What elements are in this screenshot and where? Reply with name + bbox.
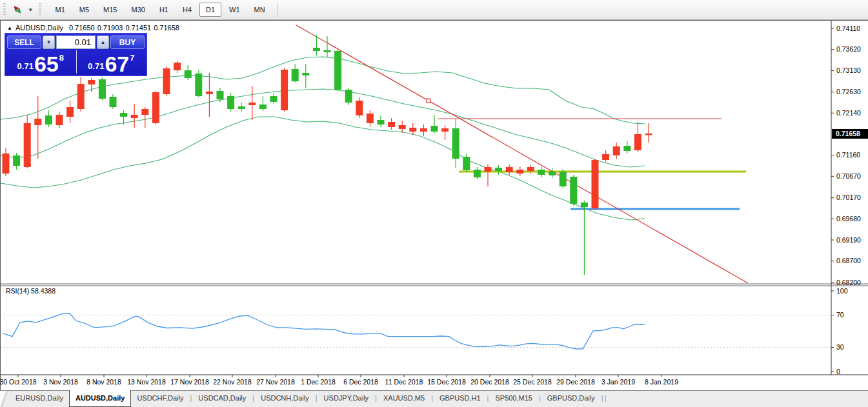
- price-tick-label: 0.72630: [836, 88, 861, 95]
- timeframe-button-W1[interactable]: W1: [223, 3, 247, 17]
- candle-body: [217, 91, 224, 99]
- candle-body: [56, 115, 63, 125]
- price-tick-label: 0.72140: [836, 109, 861, 117]
- price-tick-label: 0.74110: [836, 25, 860, 32]
- date-tick-label: 17 Nov 2018: [170, 378, 209, 386]
- date-tick-label: 8 Jan 2019: [645, 378, 678, 386]
- candle-body: [152, 92, 159, 123]
- candle-body: [592, 160, 599, 208]
- volume-input[interactable]: [56, 35, 96, 49]
- chart-tab-USDCHF,Daily[interactable]: USDCHF,Daily: [131, 391, 189, 407]
- price-tick-label: 0.68200: [836, 279, 861, 286]
- timeframe-button-M30[interactable]: M30: [125, 3, 152, 17]
- sell-button[interactable]: SELL: [7, 35, 41, 49]
- arrows-dropdown-button[interactable]: ▾: [26, 2, 35, 17]
- candle-body: [324, 50, 331, 52]
- candle-body: [356, 101, 363, 115]
- candle-body: [120, 113, 127, 117]
- tab-separator: |: [604, 391, 607, 407]
- candle-body: [13, 155, 20, 166]
- price-axis[interactable]: 0.741100.736200.731300.726300.721400.711…: [832, 21, 868, 391]
- collapse-arrow-icon[interactable]: ▲: [7, 25, 12, 31]
- candle-body: [334, 51, 341, 90]
- candle-body: [409, 128, 416, 132]
- candle-body: [345, 90, 352, 103]
- toolbar-drag-grip[interactable]: [3, 3, 6, 16]
- candle-body: [174, 63, 181, 70]
- candle-body: [66, 107, 74, 117]
- trendline-object[interactable]: [296, 25, 748, 283]
- one-click-trading-panel: SELL ▼ ▲ BUY 0.71 65 8 0.71 67 7: [5, 33, 147, 76]
- candle-body: [292, 69, 299, 81]
- symbol-period-label: AUDUSD,Daily: [15, 24, 63, 32]
- candle-body: [110, 97, 117, 107]
- timeframe-button-H1[interactable]: H1: [153, 3, 175, 17]
- chart-canvas[interactable]: [1, 21, 868, 391]
- date-tick-label: 1 Dec 2018: [301, 378, 336, 386]
- sell-price-pip: 8: [59, 53, 64, 63]
- arrows-tool-button[interactable]: [9, 2, 26, 17]
- candle-body: [431, 126, 438, 132]
- high-value: 0.71903: [97, 24, 123, 32]
- date-tick-label: 25 Dec 2018: [513, 378, 552, 386]
- timeframe-button-M15[interactable]: M15: [97, 3, 123, 17]
- rsi-scale-label: 100: [836, 287, 848, 295]
- toolbar-drag-grip[interactable]: [39, 3, 41, 16]
- date-tick-label: 20 Dec 2018: [470, 378, 509, 386]
- candle-body: [141, 109, 148, 115]
- timeframe-button-M1[interactable]: M1: [49, 3, 72, 17]
- volume-increase-button[interactable]: ▲: [97, 35, 109, 49]
- timeframe-button-D1[interactable]: D1: [199, 3, 221, 17]
- candle-body: [77, 84, 85, 109]
- candle-body: [581, 203, 588, 207]
- price-tick-label: 0.70670: [836, 172, 861, 180]
- candle-body: [485, 167, 492, 172]
- candle-body: [281, 70, 288, 110]
- candle-body: [560, 172, 567, 186]
- timeframe-button-H4[interactable]: H4: [176, 3, 198, 17]
- date-tick-label: 3 Nov 2018: [43, 378, 78, 386]
- date-tick-label: 6 Dec 2018: [343, 378, 378, 386]
- chart-tab-USDCAD,Daily[interactable]: USDCAD,Daily: [192, 391, 252, 407]
- candle-body: [206, 92, 213, 94]
- price-tick-label: 0.73620: [836, 45, 861, 53]
- timeframe-button-M5[interactable]: M5: [73, 3, 96, 17]
- trendline-anchor-marker[interactable]: [427, 99, 430, 103]
- volume-decrease-button[interactable]: ▼: [43, 35, 55, 49]
- chart-tab-AUDUSD,Daily[interactable]: AUDUSD,Daily: [69, 390, 131, 407]
- timeframe-group: M1M5M15M30H1H4D1W1MN: [48, 3, 272, 17]
- candle-body: [367, 114, 374, 123]
- candle-body: [570, 177, 577, 204]
- toolbar-separator: [278, 3, 278, 17]
- candle-body: [3, 154, 10, 174]
- chart-tab-SP500,M15[interactable]: SP500,M15: [489, 391, 538, 407]
- candle-body: [549, 172, 556, 175]
- chart-tab-bar: EURUSD,DailyAUDUSD,DailyUSDCHF,Daily|USD…: [0, 390, 868, 407]
- time-axis[interactable]: 30 Oct 20183 Nov 20188 Nov 201813 Nov 20…: [1, 376, 831, 388]
- rsi-scale-label: 70: [836, 311, 844, 319]
- buy-button[interactable]: BUY: [110, 35, 145, 49]
- candle-body: [378, 120, 385, 124]
- chart-tab-EURUSD,Daily[interactable]: EURUSD,Daily: [10, 391, 69, 407]
- sell-price-prefix: 0.71: [17, 61, 34, 71]
- candle-body: [238, 106, 245, 109]
- open-value: 0.71650: [69, 24, 95, 32]
- buy-price[interactable]: 0.71 67 7: [76, 50, 147, 75]
- candle-body: [474, 170, 481, 177]
- chart-tab-GBPUSD,Daily[interactable]: GBPUSD,Daily: [541, 391, 601, 407]
- chart-tab-XAUUSD,M5[interactable]: XAUUSD,M5: [378, 391, 430, 407]
- price-tick-label: 0.71160: [836, 151, 860, 159]
- candle-body: [88, 80, 95, 84]
- candle-body: [441, 128, 449, 132]
- candle-body: [131, 115, 138, 118]
- price-divider: [76, 50, 77, 74]
- chart-tab-USDJPY,Daily[interactable]: USDJPY,Daily: [318, 391, 375, 407]
- bollinger-lower-band: [1, 117, 645, 220]
- chart-tab-GBPUSD,H1[interactable]: GBPUSD,H1: [434, 391, 487, 407]
- timeframe-button-MN[interactable]: MN: [248, 3, 272, 17]
- candle-body: [399, 125, 406, 129]
- chart-tab-USDCNH,Daily[interactable]: USDCNH,Daily: [255, 391, 315, 407]
- sell-price[interactable]: 0.71 65 8: [5, 50, 76, 75]
- candle-body: [516, 170, 523, 174]
- candle-body: [227, 96, 234, 109]
